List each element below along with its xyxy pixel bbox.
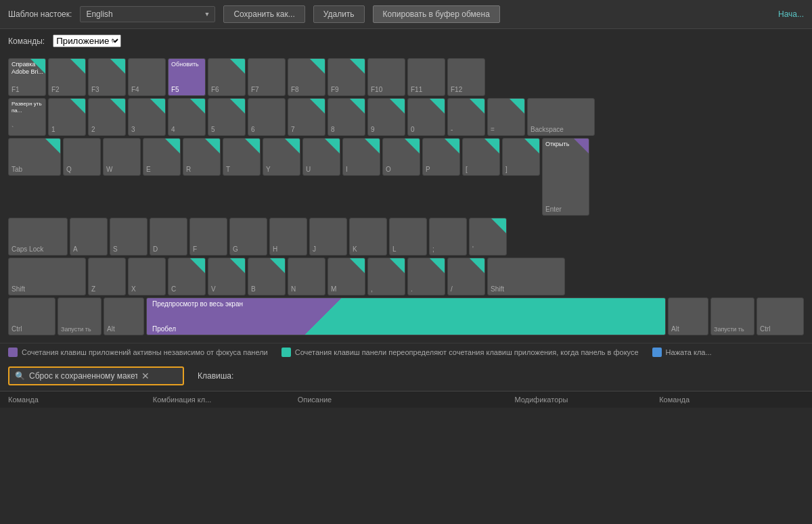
fn-row: Справка Adobe Bri... F1 F2 F3 F4 Обновит… bbox=[8, 58, 804, 96]
commands-select-wrapper[interactable]: Приложение bbox=[53, 34, 121, 47]
key-7[interactable]: 7 bbox=[288, 98, 325, 136]
key-f8[interactable]: F8 bbox=[288, 58, 325, 96]
legend-teal: Сочетания клавиш панели переопределяют с… bbox=[281, 348, 639, 357]
key-q[interactable]: Q bbox=[63, 138, 101, 176]
key-s[interactable]: S bbox=[110, 218, 148, 256]
key-f5[interactable]: Обновить F5 bbox=[168, 58, 206, 96]
qwerty-row: Tab Q W E R T Y U I bbox=[8, 138, 804, 216]
key-quote[interactable]: ' bbox=[469, 218, 507, 256]
commands-label: Команды: bbox=[8, 37, 45, 46]
legend-purple: Сочетания клавиш приложений активны неза… bbox=[8, 348, 268, 357]
table-header: Команда Комбинация кл... Описание Модифи… bbox=[0, 391, 812, 408]
key-m[interactable]: M bbox=[328, 258, 365, 295]
col-cmd: Команда bbox=[8, 396, 153, 404]
key-semi[interactable]: ; bbox=[429, 218, 467, 256]
search-wrapper[interactable]: 🔍 ✕ bbox=[8, 366, 184, 385]
key-9[interactable]: 9 bbox=[367, 98, 405, 136]
key-rbracket[interactable]: ] bbox=[502, 138, 540, 176]
key-r[interactable]: R bbox=[183, 138, 221, 176]
key-lctrl[interactable]: Ctrl bbox=[8, 297, 55, 335]
key-j[interactable]: J bbox=[309, 218, 347, 256]
col-desc: Описание bbox=[298, 396, 515, 404]
key-k[interactable]: K bbox=[349, 218, 387, 256]
key-y[interactable]: Y bbox=[263, 138, 300, 176]
keyboard-area: Справка Adobe Bri... F1 F2 F3 F4 Обновит… bbox=[0, 53, 812, 343]
key-e[interactable]: E bbox=[143, 138, 181, 176]
key-caps[interactable]: Caps Lock bbox=[8, 218, 68, 256]
key-a[interactable]: A bbox=[70, 218, 108, 256]
key-f6[interactable]: F6 bbox=[208, 58, 246, 96]
key-f12[interactable]: F12 bbox=[447, 58, 485, 96]
col-mod: Модификаторы bbox=[514, 396, 659, 404]
key-t[interactable]: T bbox=[223, 138, 261, 176]
key-z[interactable]: Z bbox=[88, 258, 126, 295]
key-8[interactable]: 8 bbox=[328, 98, 365, 136]
key-5[interactable]: 5 bbox=[208, 98, 246, 136]
key-n[interactable]: N bbox=[288, 258, 325, 295]
key-label: Клавиша: bbox=[198, 371, 233, 381]
key-l[interactable]: L bbox=[389, 218, 427, 256]
key-tilde[interactable]: Разверн уть па... ` bbox=[8, 98, 46, 136]
key-space[interactable]: Предпросмотр во весь экран Пробел bbox=[146, 297, 666, 335]
key-minus[interactable]: - bbox=[447, 98, 485, 136]
key-dot[interactable]: . bbox=[407, 258, 445, 295]
start-label[interactable]: Нача... bbox=[778, 9, 804, 19]
home-row: Caps Lock A S D F G H J K L ; bbox=[8, 218, 804, 256]
key-f10[interactable]: F10 bbox=[367, 58, 405, 96]
key-f9[interactable]: F9 bbox=[328, 58, 365, 96]
key-p[interactable]: P bbox=[422, 138, 460, 176]
key-g[interactable]: G bbox=[229, 218, 267, 256]
key-comma[interactable]: , bbox=[367, 258, 405, 295]
key-u[interactable]: U bbox=[302, 138, 340, 176]
key-lalt[interactable]: Alt bbox=[104, 297, 144, 335]
key-lbracket[interactable]: [ bbox=[462, 138, 500, 176]
key-c[interactable]: C bbox=[168, 258, 206, 295]
key-4[interactable]: 4 bbox=[168, 98, 206, 136]
key-f[interactable]: F bbox=[189, 218, 227, 256]
key-f3[interactable]: F3 bbox=[88, 58, 126, 96]
key-0[interactable]: 0 bbox=[407, 98, 445, 136]
key-rctrl[interactable]: Ctrl bbox=[757, 297, 804, 335]
key-i[interactable]: I bbox=[342, 138, 380, 176]
key-b[interactable]: B bbox=[248, 258, 286, 295]
key-x[interactable]: X bbox=[128, 258, 166, 295]
top-bar: Шаблон настоек: English Сохранить как...… bbox=[0, 0, 812, 29]
commands-select[interactable]: Приложение bbox=[53, 34, 121, 47]
template-select[interactable]: English bbox=[80, 6, 215, 22]
key-slash[interactable]: / bbox=[447, 258, 485, 295]
key-3[interactable]: 3 bbox=[128, 98, 166, 136]
key-o[interactable]: O bbox=[382, 138, 420, 176]
key-rwin[interactable]: Запусти ть bbox=[710, 297, 754, 335]
save-as-button[interactable]: Сохранить как... bbox=[223, 5, 304, 23]
bottom-row: Ctrl Запусти ть Alt Предпросмотр во весь… bbox=[8, 297, 804, 335]
key-backspace[interactable]: Backspace bbox=[527, 98, 595, 136]
clear-icon[interactable]: ✕ bbox=[141, 371, 150, 381]
key-h[interactable]: H bbox=[269, 218, 307, 256]
key-d[interactable]: D bbox=[150, 218, 187, 256]
key-1[interactable]: 1 bbox=[48, 98, 86, 136]
template-select-wrapper[interactable]: English bbox=[80, 6, 215, 22]
key-tab[interactable]: Tab bbox=[8, 138, 61, 176]
key-f7[interactable]: F7 bbox=[248, 58, 286, 96]
template-label: Шаблон настоек: bbox=[8, 9, 72, 19]
search-input[interactable] bbox=[29, 371, 137, 381]
legend-bar: Сочетания клавиш приложений активны неза… bbox=[0, 343, 812, 361]
key-f1[interactable]: Справка Adobe Bri... F1 bbox=[8, 58, 46, 96]
key-2[interactable]: 2 bbox=[88, 98, 126, 136]
key-equals[interactable]: = bbox=[487, 98, 525, 136]
key-lwin[interactable]: Запусти ть bbox=[58, 297, 102, 335]
col-combo: Комбинация кл... bbox=[153, 396, 298, 404]
key-f11[interactable]: F11 bbox=[407, 58, 445, 96]
copy-button[interactable]: Копировать в буфер обмена bbox=[373, 5, 500, 23]
key-f2[interactable]: F2 bbox=[48, 58, 86, 96]
delete-button[interactable]: Удалить bbox=[313, 5, 365, 23]
legend-blue-text: Нажата кла... bbox=[666, 348, 712, 356]
key-rshift[interactable]: Shift bbox=[487, 258, 565, 295]
key-6[interactable]: 6 bbox=[248, 98, 286, 136]
key-v[interactable]: V bbox=[208, 258, 246, 295]
key-w[interactable]: W bbox=[103, 138, 141, 176]
key-enter[interactable]: Открыть Enter bbox=[542, 138, 589, 216]
key-ralt[interactable]: Alt bbox=[668, 297, 708, 335]
key-f4[interactable]: F4 bbox=[128, 58, 166, 96]
key-lshift[interactable]: Shift bbox=[8, 258, 86, 295]
